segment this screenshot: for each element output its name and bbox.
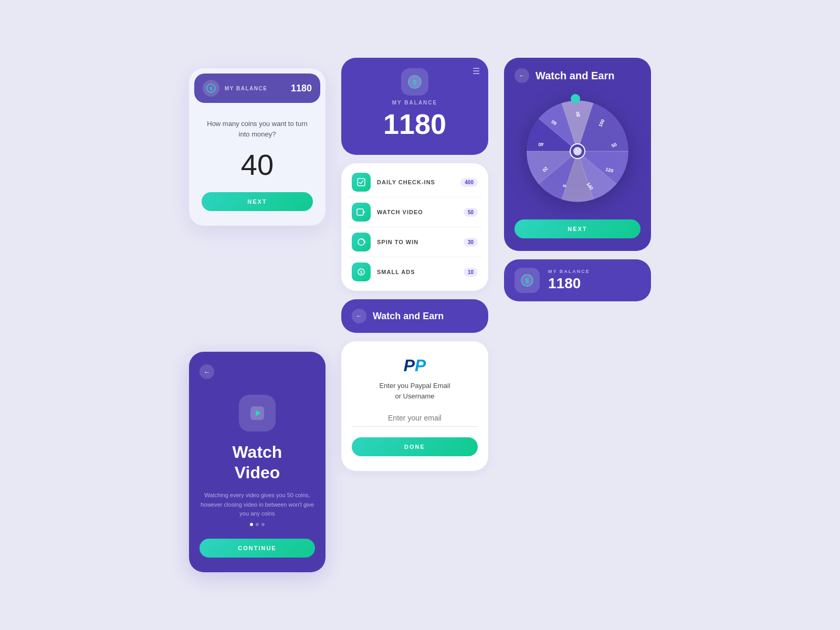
card-balance-small: $ MY BALANCE 1180	[504, 259, 651, 301]
paypal-logo: PP	[352, 356, 478, 375]
wheel-back-button[interactable]: ←	[514, 68, 529, 83]
svg-marker-10	[364, 240, 366, 244]
watch-description: Watching every video gives you 50 coins,…	[200, 491, 315, 519]
paypal-email-input[interactable]	[352, 410, 478, 427]
watch-title: WatchVideo	[200, 442, 315, 482]
wheel-title: Watch and Earn	[536, 70, 614, 82]
svg-rect-6	[358, 178, 365, 186]
coin-icon: $	[206, 83, 216, 93]
right-column: ← Watch and Earn	[504, 58, 651, 301]
ads-label: SMALL ADS	[377, 269, 464, 275]
paypal-description: Enter you Paypal Emailor Username	[352, 381, 478, 401]
spin-label: SPIN TO WIN	[377, 239, 464, 245]
dollar-icon: $	[407, 75, 422, 89]
checkin-badge: 400	[460, 178, 478, 187]
balance-icon: $	[203, 80, 219, 97]
small-balance-label: MY BALANCE	[548, 269, 590, 274]
option-watch-video[interactable]: WATCH VIDEO 50	[348, 197, 482, 227]
coin-amount: 40	[202, 148, 313, 182]
card-balance-conversion: $ MY BALANCE 1180 How many coins you wan…	[189, 68, 326, 226]
spin-svg	[356, 237, 366, 247]
card-paypal: PP Enter you Paypal Emailor Username DON…	[341, 341, 488, 471]
coin-icon-small: $	[514, 268, 540, 293]
balance-amount: 1180	[291, 83, 312, 94]
video-badge: 50	[464, 208, 478, 217]
back-button[interactable]: ←	[200, 364, 214, 379]
conversion-question: How many coins you want to turn into mon…	[202, 119, 313, 139]
video-label: WATCH VIDEO	[377, 209, 464, 215]
ads-icon: $	[352, 262, 371, 281]
checkin-svg	[356, 177, 366, 187]
pagination-dots	[200, 523, 315, 526]
balance-body: How many coins you want to turn into mon…	[189, 108, 326, 226]
video-svg	[356, 207, 366, 217]
small-balance-info: MY BALANCE 1180	[548, 269, 590, 292]
card-earn-options: DAILY CHECK-INS 400 WATCH VIDEO 50	[341, 163, 488, 291]
dot-2	[256, 523, 259, 526]
menu-icon[interactable]: ☰	[472, 66, 480, 76]
svg-text:0: 0	[562, 184, 567, 187]
svg-point-32	[573, 147, 582, 155]
back-circle: ←	[352, 309, 366, 323]
card-main-balance: ☰ $ MY BALANCE 1180	[341, 58, 488, 155]
scene: $ MY BALANCE 1180 How many coins you wan…	[168, 26, 672, 604]
main-balance-amount: 1180	[352, 108, 478, 140]
wheel-header: ← Watch and Earn	[514, 68, 640, 83]
ads-svg: $	[356, 267, 366, 277]
svg-text:$: $	[413, 78, 417, 86]
dot-1	[250, 523, 253, 526]
svg-text:$: $	[209, 86, 212, 91]
continue-button[interactable]: CONTINUE	[200, 539, 315, 558]
svg-point-33	[571, 94, 580, 103]
svg-text:40: 40	[538, 142, 544, 148]
svg-rect-7	[357, 209, 363, 215]
coin-icon-large: $	[401, 68, 428, 96]
watch-earn-label: Watch and Earn	[373, 311, 444, 322]
main-balance-label: MY BALANCE	[352, 100, 478, 106]
card-watch-video: ← WatchVideo Watching every video gives …	[189, 352, 326, 572]
video-icon-wrap	[239, 395, 276, 432]
spin-badge: 30	[464, 238, 478, 247]
svg-text:$: $	[360, 270, 362, 275]
done-button[interactable]: DONE	[352, 437, 478, 456]
next-button[interactable]: NEXT	[202, 192, 313, 211]
dot-3	[261, 523, 265, 526]
option-small-ads[interactable]: $ SMALL ADS 10	[348, 257, 482, 287]
svg-marker-8	[363, 211, 365, 213]
small-balance-amount: 1180	[548, 275, 590, 292]
wheel-next-button[interactable]: NEXT	[514, 219, 640, 238]
card-watch-earn-nav[interactable]: ← Watch and Earn	[341, 299, 488, 333]
balance-header: $ MY BALANCE 1180	[194, 74, 320, 103]
spin-wheel[interactable]: 120 140 0 20 40 60 80 100 50	[520, 93, 635, 209]
option-spin-to-win[interactable]: SPIN TO WIN 30	[348, 227, 482, 257]
spin-icon	[352, 233, 371, 251]
play-icon	[249, 405, 265, 421]
left-column: $ MY BALANCE 1180 How many coins you wan…	[189, 58, 326, 572]
small-dollar-icon: $	[520, 274, 534, 287]
wheel-container: 120 140 0 20 40 60 80 100 50	[514, 93, 640, 209]
ads-badge: 10	[464, 268, 478, 277]
checkin-icon	[352, 173, 371, 192]
svg-text:$: $	[526, 277, 529, 285]
center-column: ☰ $ MY BALANCE 1180 DAILY CHECK-INS	[341, 58, 488, 471]
checkin-label: DAILY CHECK-INS	[377, 179, 460, 185]
video-option-icon	[352, 203, 371, 222]
option-daily-checkins[interactable]: DAILY CHECK-INS 400	[348, 167, 482, 197]
card-wheel: ← Watch and Earn	[504, 58, 651, 251]
balance-label: MY BALANCE	[225, 86, 291, 91]
